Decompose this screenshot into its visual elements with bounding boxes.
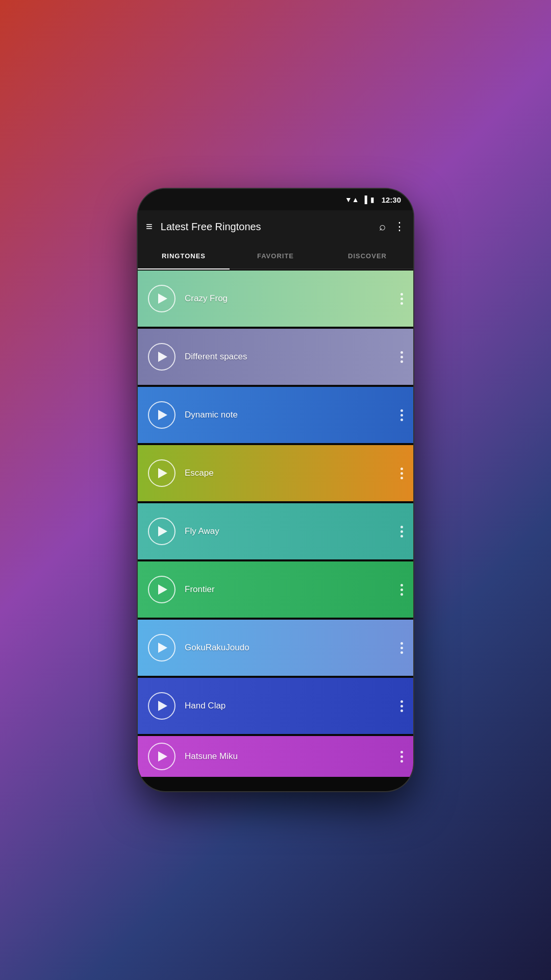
phone-shell: ▼▲ ▐ ▮ 12:30 ≡ Latest Free Ringtones ⌕ ⋮… bbox=[138, 189, 413, 791]
list-item: Different spaces bbox=[138, 329, 413, 385]
more-options-icon[interactable]: ⋮ bbox=[394, 220, 405, 233]
menu-icon[interactable]: ≡ bbox=[146, 220, 153, 233]
list-item: Fly Away bbox=[138, 503, 413, 559]
play-button-1[interactable] bbox=[148, 285, 176, 312]
play-button-9[interactable] bbox=[148, 743, 176, 770]
play-button-5[interactable] bbox=[148, 518, 176, 545]
play-button-6[interactable] bbox=[148, 576, 176, 603]
song-name-6: Frontier bbox=[185, 584, 400, 595]
app-title: Latest Free Ringtones bbox=[161, 221, 379, 233]
more-options-button-9[interactable] bbox=[400, 751, 403, 763]
play-icon bbox=[158, 526, 167, 536]
more-options-button-7[interactable] bbox=[400, 642, 403, 654]
song-list: Crazy Frog Different spaces Dynamic no bbox=[138, 270, 413, 791]
list-item: Dynamic note bbox=[138, 387, 413, 443]
status-icons: ▼▲ ▐ ▮ 12:30 bbox=[345, 195, 401, 204]
list-item: Escape bbox=[138, 445, 413, 501]
play-button-8[interactable] bbox=[148, 692, 176, 720]
tab-bar: RINGTONES FAVORITE DISCOVER bbox=[138, 243, 413, 270]
play-icon bbox=[158, 410, 167, 420]
play-button-2[interactable] bbox=[148, 343, 176, 371]
tab-discover[interactable]: DISCOVER bbox=[321, 243, 413, 268]
status-bar: ▼▲ ▐ ▮ 12:30 bbox=[138, 189, 413, 210]
tab-ringtones-label: RINGTONES bbox=[162, 252, 206, 260]
play-icon bbox=[158, 643, 167, 653]
play-icon bbox=[158, 701, 167, 711]
play-button-3[interactable] bbox=[148, 401, 176, 429]
play-icon bbox=[158, 468, 167, 478]
wifi-icon: ▼▲ bbox=[345, 195, 359, 204]
list-item: Frontier bbox=[138, 561, 413, 618]
play-icon bbox=[158, 751, 167, 762]
list-item: Crazy Frog bbox=[138, 271, 413, 327]
more-options-button-5[interactable] bbox=[400, 526, 403, 537]
song-name-9: Hatsune Miku bbox=[185, 751, 400, 762]
more-options-button-3[interactable] bbox=[400, 409, 403, 421]
play-button-7[interactable] bbox=[148, 634, 176, 662]
search-icon[interactable]: ⌕ bbox=[379, 220, 386, 233]
song-name-5: Fly Away bbox=[185, 526, 400, 536]
song-name-7: GokuRakuJoudo bbox=[185, 643, 400, 653]
list-item: GokuRakuJoudo bbox=[138, 620, 413, 676]
tab-favorite[interactable]: FAVORITE bbox=[230, 243, 321, 268]
song-name-2: Different spaces bbox=[185, 352, 400, 362]
more-options-button-8[interactable] bbox=[400, 700, 403, 712]
more-options-button-2[interactable] bbox=[400, 351, 403, 363]
tab-discover-label: DISCOVER bbox=[348, 252, 387, 260]
play-icon bbox=[158, 293, 167, 304]
signal-icon: ▐ bbox=[362, 195, 367, 204]
app-bar: ≡ Latest Free Ringtones ⌕ ⋮ bbox=[138, 210, 413, 243]
song-name-3: Dynamic note bbox=[185, 410, 400, 420]
more-options-button-4[interactable] bbox=[400, 468, 403, 479]
more-options-button-6[interactable] bbox=[400, 584, 403, 596]
list-item: Hand Clap bbox=[138, 678, 413, 734]
battery-icon: ▮ bbox=[370, 195, 374, 204]
play-icon bbox=[158, 352, 167, 362]
song-name-4: Escape bbox=[185, 468, 400, 478]
list-item: Hatsune Miku bbox=[138, 736, 413, 777]
song-name-1: Crazy Frog bbox=[185, 293, 400, 304]
more-options-button-1[interactable] bbox=[400, 293, 403, 305]
app-bar-actions: ⌕ ⋮ bbox=[379, 220, 405, 233]
play-icon bbox=[158, 584, 167, 595]
tab-favorite-label: FAVORITE bbox=[257, 252, 294, 260]
tab-ringtones[interactable]: RINGTONES bbox=[138, 243, 230, 268]
song-name-8: Hand Clap bbox=[185, 701, 400, 711]
play-button-4[interactable] bbox=[148, 459, 176, 487]
status-time: 12:30 bbox=[382, 195, 401, 204]
